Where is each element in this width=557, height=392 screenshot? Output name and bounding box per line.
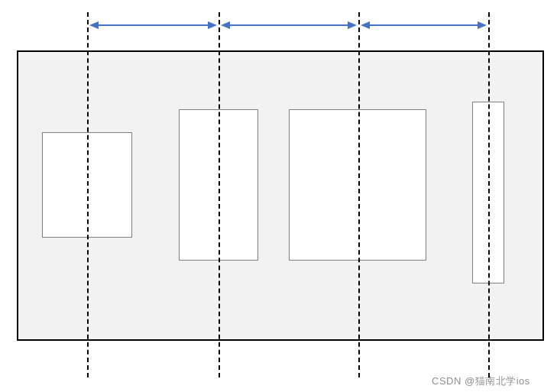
layout-item-3 [289, 109, 426, 261]
center-guide-3 [358, 12, 360, 377]
center-guide-1 [87, 12, 89, 377]
center-guide-4 [488, 12, 490, 377]
diagram-canvas: CSDN @猫南北学ios [0, 0, 557, 392]
center-guide-2 [219, 12, 220, 377]
watermark-text: CSDN @猫南北学ios [432, 374, 530, 388]
